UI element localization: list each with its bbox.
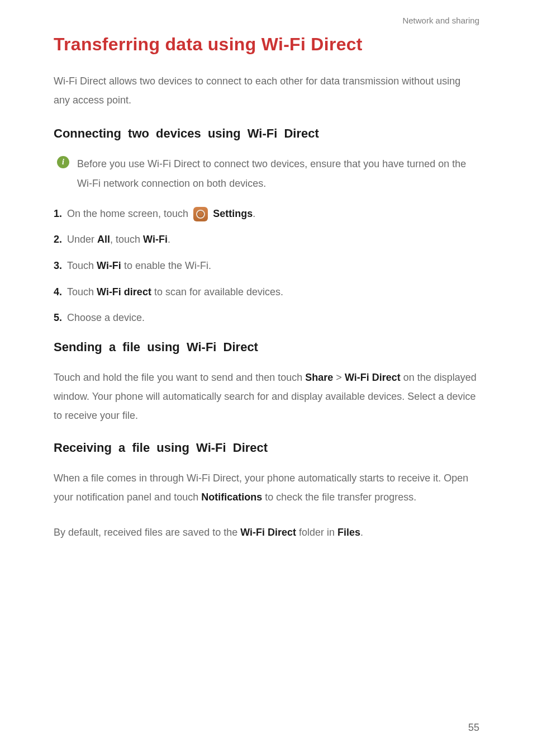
receiving-p2-end: . [360,527,363,538]
step-5-text: Choose a device. [67,312,145,323]
step-3-wifi: Wi-Fi [97,260,121,271]
sending-gt: > [333,372,345,383]
step-3-text-a: Touch [67,260,97,271]
page-number: 55 [468,722,479,734]
step-3: Touch Wi-Fi to enable the Wi-Fi. [54,257,479,275]
step-3-suffix: to enable the Wi-Fi. [121,260,211,271]
step-4: Touch Wi-Fi direct to scan for available… [54,284,479,301]
page-header: Network and sharing [54,16,479,25]
info-callout: i Before you use Wi-Fi Direct to connect… [57,154,479,192]
step-2: Under All, touch Wi-Fi. [54,231,479,248]
receiving-text-b: to check the file transfer progress. [262,492,416,503]
receiving-p2-a: By default, received files are saved to … [54,527,240,538]
section-title-connecting: Connecting two devices using Wi-Fi Direc… [54,126,479,141]
receiving-paragraph-2: By default, received files are saved to … [54,523,479,542]
step-2-all: All [97,234,110,245]
info-icon: i [57,156,69,168]
receiving-paragraph-1: When a file comes in through Wi-Fi Direc… [54,469,479,507]
step-4-suffix: to scan for available devices. [151,286,283,297]
step-5: Choose a device. [54,309,479,327]
wfd-label: Wi-Fi Direct [345,372,401,383]
step-1-settings-label: Settings [213,208,253,219]
sending-paragraph: Touch and hold the file you want to send… [54,368,479,426]
settings-icon [193,207,208,221]
page-title: Transferring data using Wi-Fi Direct [54,34,479,55]
receiving-p2-mid: folder in [296,527,337,538]
step-2-text-a: Under [67,234,97,245]
step-2-wifi: Wi-Fi [143,234,168,245]
step-2-mid: , touch [110,234,143,245]
step-1-end: . [253,208,255,219]
steps-list: On the home screen, touch Settings. Unde… [54,205,479,327]
section-title-receiving: Receiving a file using Wi-Fi Direct [54,441,479,455]
step-2-end: . [168,234,170,245]
intro-paragraph: Wi-Fi Direct allows two devices to conne… [54,72,479,110]
wfd-folder-label: Wi-Fi Direct [240,527,296,538]
info-text: Before you use Wi-Fi Direct to connect t… [77,154,479,192]
step-4-wfd: Wi-Fi direct [97,286,151,297]
sending-text-a: Touch and hold the file you want to send… [54,372,305,383]
share-label: Share [305,372,333,383]
files-label: Files [337,527,360,538]
step-1-text-a: On the home screen, touch [67,208,191,219]
section-title-sending: Sending a file using Wi-Fi Direct [54,340,479,355]
step-1: On the home screen, touch Settings. [54,205,479,223]
notifications-label: Notifications [201,492,262,503]
step-4-text-a: Touch [67,286,97,297]
